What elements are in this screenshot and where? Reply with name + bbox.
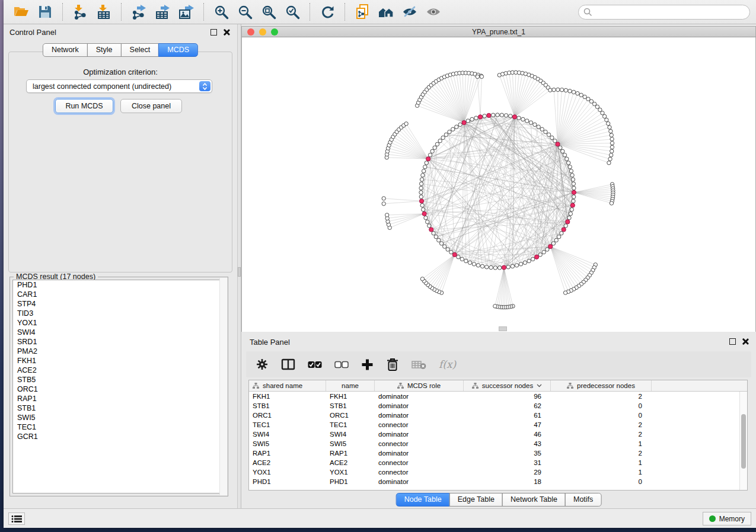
maximize-window-traffic-light[interactable]	[271, 28, 278, 36]
network-graph[interactable]	[242, 37, 755, 332]
column-header-shared-name[interactable]: shared name	[249, 380, 326, 391]
mcds-result-item[interactable]: STP4	[13, 299, 225, 309]
column-type-icon	[253, 383, 259, 389]
mcds-result-item[interactable]: PMA2	[13, 347, 225, 356]
mcds-list-scrollbar[interactable]	[219, 278, 227, 495]
memory-status-dot-icon	[709, 515, 716, 522]
open-file-icon[interactable]	[11, 3, 31, 21]
tab-network[interactable]: Network	[43, 43, 88, 57]
mcds-result-item[interactable]: SWI5	[13, 413, 225, 422]
mcds-result-item[interactable]: ACE2	[13, 366, 225, 375]
zoom-in-icon[interactable]	[211, 3, 231, 21]
mcds-result-item[interactable]: YOX1	[13, 318, 225, 328]
tab-select[interactable]: Select	[121, 43, 160, 57]
minimize-window-traffic-light[interactable]	[259, 28, 266, 36]
import-table-icon[interactable]	[94, 3, 114, 21]
refresh-icon[interactable]	[317, 3, 337, 21]
function-fx-icon[interactable]: f(x)	[439, 358, 456, 370]
split-columns-icon[interactable]	[281, 358, 295, 370]
select-all-checkboxes-icon[interactable]	[308, 361, 322, 368]
tab-style[interactable]: Style	[87, 43, 122, 57]
table-row[interactable]: PHD1PHD1dominator180	[249, 477, 747, 486]
float-table-panel-icon[interactable]	[729, 338, 736, 345]
export-table-icon[interactable]	[152, 3, 173, 21]
mcds-result-item[interactable]: ORC1	[13, 384, 225, 394]
column-header-MCDS-role[interactable]: MCDS role	[375, 380, 464, 391]
unselect-all-checkboxes-icon[interactable]	[334, 361, 349, 368]
home-networks-icon[interactable]	[376, 3, 396, 21]
table-row[interactable]: ACE2ACE2connector311	[249, 458, 747, 467]
table-row[interactable]: RAP1RAP1dominator352	[249, 448, 747, 458]
export-image-icon[interactable]	[176, 3, 196, 21]
optimization-criterion-label: Optimization criterion:	[4, 68, 237, 76]
table-cell: SWI5	[249, 439, 326, 448]
zoom-selected-icon[interactable]	[282, 3, 302, 21]
table-bottom-tabs: Node TableEdge TableNetwork TableMotifs	[396, 493, 602, 507]
horizontal-splitter-grip[interactable]	[499, 326, 507, 331]
mcds-result-item[interactable]: STB1	[13, 403, 225, 413]
search-input[interactable]	[596, 8, 745, 16]
tab-mcds[interactable]: MCDS	[158, 43, 198, 57]
mcds-result-item[interactable]: GCR1	[13, 432, 225, 441]
global-search-field[interactable]	[578, 5, 750, 20]
log-console-button[interactable]	[8, 512, 25, 525]
clone-network-icon[interactable]	[352, 3, 372, 21]
close-window-traffic-light[interactable]	[247, 28, 254, 36]
add-column-icon[interactable]	[361, 358, 374, 371]
node-table-body: FKH1FKH1dominator962STB1STB1dominator620…	[249, 392, 747, 486]
column-header-name[interactable]: name	[326, 380, 375, 391]
tab-motifs[interactable]: Motifs	[565, 493, 601, 507]
table-cell: 29	[464, 467, 551, 477]
scrollbar-thumb[interactable]	[741, 414, 746, 469]
network-window-titlebar[interactable]: YPA_prune.txt_1	[241, 26, 756, 37]
vertical-splitter[interactable]	[237, 24, 241, 508]
tab-node-table[interactable]: Node Table	[396, 493, 450, 507]
close-panel-icon[interactable]	[223, 28, 230, 36]
table-row[interactable]: YOX1YOX1connector291	[249, 467, 747, 477]
delete-table-icon[interactable]	[412, 360, 426, 370]
mcds-result-item[interactable]: SRD1	[13, 337, 225, 347]
control-panel-tabs: NetworkStyleSelectMCDS	[43, 43, 198, 57]
table-cell: 43	[464, 439, 551, 448]
network-view-canvas[interactable]	[241, 37, 756, 332]
mcds-result-item[interactable]: CAR1	[13, 290, 225, 299]
show-all-eye-icon[interactable]	[423, 3, 444, 21]
mcds-result-item[interactable]: SWI4	[13, 328, 225, 337]
mcds-result-item[interactable]: TEC1	[13, 422, 225, 432]
mcds-result-item[interactable]: TID3	[13, 309, 225, 318]
column-header-successor-nodes[interactable]: successor nodes	[464, 380, 551, 391]
mcds-result-item[interactable]: FKH1	[13, 356, 225, 366]
criterion-dropdown[interactable]: largest connected component (undirected)	[26, 79, 212, 93]
table-row[interactable]: TEC1TEC1connector472	[249, 420, 747, 430]
save-session-icon[interactable]	[35, 3, 55, 21]
table-cell: 31	[464, 458, 551, 467]
table-row[interactable]: STB1STB1dominator620	[249, 401, 747, 411]
mcds-result-item[interactable]: STB5	[13, 375, 225, 384]
zoom-fit-icon[interactable]	[259, 3, 279, 21]
table-row[interactable]: ORC1ORC1dominator610	[249, 411, 747, 420]
memory-button[interactable]: Memory	[703, 512, 751, 525]
table-row[interactable]: SWI5SWI5connector431	[249, 439, 747, 448]
run-mcds-button[interactable]: Run MCDS	[55, 99, 113, 113]
tab-network-table[interactable]: Network Table	[502, 493, 566, 507]
zoom-out-icon[interactable]	[235, 3, 255, 21]
splitter-grip[interactable]	[238, 267, 241, 277]
float-panel-icon[interactable]	[210, 29, 217, 36]
table-cell: 62	[464, 401, 551, 411]
close-table-panel-icon[interactable]	[742, 338, 749, 345]
hide-selected-eye-slash-icon[interactable]	[400, 3, 420, 21]
table-row[interactable]: SWI4SWI4dominator462	[249, 430, 747, 439]
export-network-icon[interactable]	[129, 3, 149, 21]
mcds-result-item[interactable]: PHD1	[13, 280, 225, 290]
delete-column-icon[interactable]	[386, 358, 399, 371]
close-panel-button[interactable]: Close panel	[120, 99, 182, 113]
column-header-predecessor-nodes[interactable]: predecessor nodes	[551, 380, 652, 391]
tab-edge-table[interactable]: Edge Table	[449, 493, 503, 507]
import-network-icon[interactable]	[70, 3, 90, 21]
table-row[interactable]: FKH1FKH1dominator962	[249, 392, 747, 401]
mcds-result-list[interactable]: PHD1CAR1STP4TID3YOX1SWI4SRD1PMA2FKH1ACE2…	[12, 280, 225, 493]
table-cell: SWI5	[326, 439, 375, 448]
gear-icon[interactable]	[256, 358, 269, 371]
table-vertical-scrollbar[interactable]	[739, 392, 747, 490]
mcds-result-item[interactable]: RAP1	[13, 394, 225, 403]
